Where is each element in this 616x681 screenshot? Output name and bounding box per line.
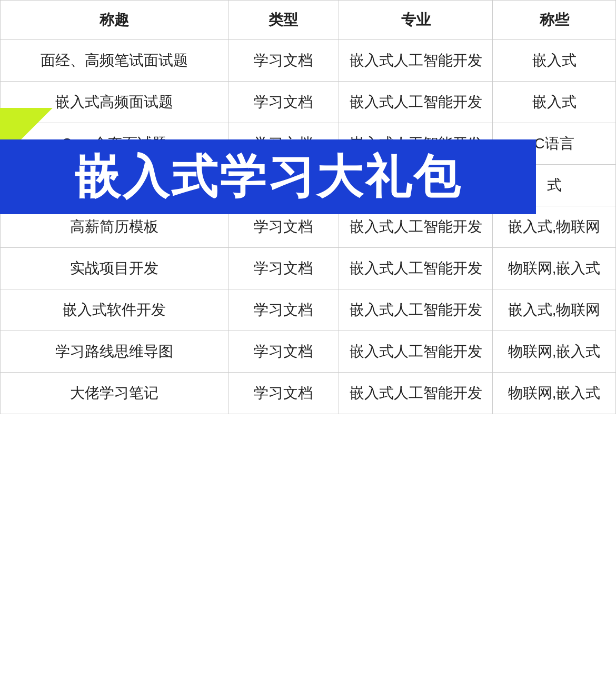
table-section: 称趣 类型 专业 称些 面经、高频笔试面试题学习文档嵌入式人工智能开发嵌入式嵌入… (0, 0, 616, 414)
cell-col3: 嵌入式人工智能开发 (339, 40, 492, 82)
table-row: 大佬学习笔记学习文档嵌入式人工智能开发物联网,嵌入式 (1, 373, 616, 414)
cell-col4: 物联网,嵌入式 (493, 248, 616, 289)
header-col3: 专业 (339, 1, 492, 40)
cell-col2: 学习文档 (228, 289, 339, 331)
cell-col3: 嵌入式人工智能开发 (339, 82, 492, 123)
cell-col2: 学习文档 (228, 82, 339, 123)
cell-col1: 大佬学习笔记 (1, 373, 228, 414)
cell-col4: 嵌入式,物联网 (493, 289, 616, 331)
header-col1: 称趣 (1, 1, 228, 40)
cell-col3: 嵌入式人工智能开发 (339, 289, 492, 331)
table-row: 学习路线思维导图学习文档嵌入式人工智能开发物联网,嵌入式 (1, 331, 616, 373)
cell-col1: 面经、高频笔试面试题 (1, 40, 228, 82)
cell-col1: 实战项目开发 (1, 248, 228, 289)
cell-col4: 物联网,嵌入式 (493, 331, 616, 373)
table-row: 面经、高频笔试面试题学习文档嵌入式人工智能开发嵌入式 (1, 40, 616, 82)
table-row: 嵌入式软件开发学习文档嵌入式人工智能开发嵌入式,物联网 (1, 289, 616, 331)
cell-col1: 嵌入式软件开发 (1, 289, 228, 331)
banner-overlay: 嵌入式学习大礼包 (0, 139, 536, 214)
cell-col3: 嵌入式人工智能开发 (339, 373, 492, 414)
cell-col4: 嵌入式 (493, 82, 616, 123)
header-col4: 称些 (493, 1, 616, 40)
cell-col2: 学习文档 (228, 40, 339, 82)
cell-col2: 学习文档 (228, 331, 339, 373)
table-header-row: 称趣 类型 专业 称些 (1, 1, 616, 40)
cell-col1: 学习路线思维导图 (1, 331, 228, 373)
table-row: 嵌入式高频面试题学习文档嵌入式人工智能开发嵌入式 (1, 82, 616, 123)
cell-col4: 物联网,嵌入式 (493, 373, 616, 414)
main-table-wrapper: 称趣 类型 专业 称些 面经、高频笔试面试题学习文档嵌入式人工智能开发嵌入式嵌入… (0, 0, 616, 414)
header-col2: 类型 (228, 1, 339, 40)
cell-col3: 嵌入式人工智能开发 (339, 248, 492, 289)
cell-col2: 学习文档 (228, 248, 339, 289)
table-row: 实战项目开发学习文档嵌入式人工智能开发物联网,嵌入式 (1, 248, 616, 289)
cell-col4: 嵌入式 (493, 40, 616, 82)
banner-text: 嵌入式学习大礼包 (74, 146, 462, 208)
cell-col3: 嵌入式人工智能开发 (339, 331, 492, 373)
cell-col2: 学习文档 (228, 373, 339, 414)
